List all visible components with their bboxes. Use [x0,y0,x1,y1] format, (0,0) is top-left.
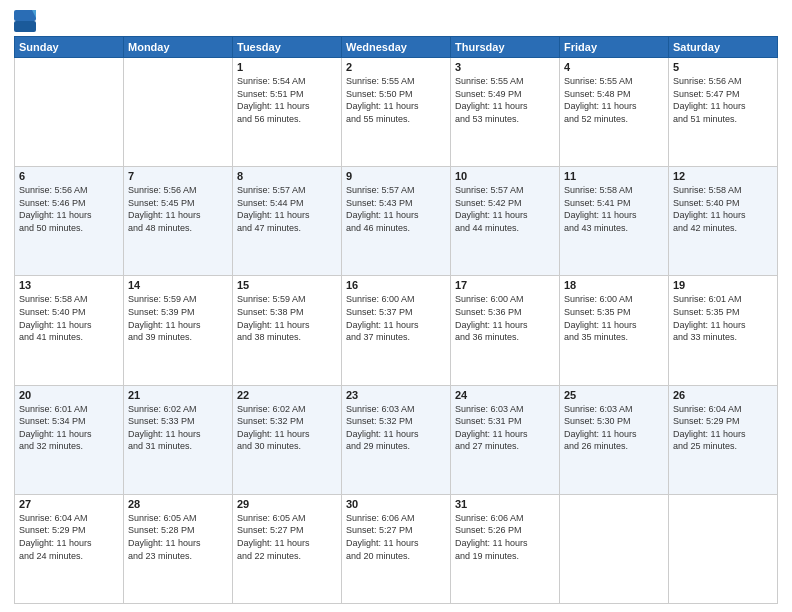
day-info: Sunrise: 6:02 AM Sunset: 5:33 PM Dayligh… [128,403,228,453]
calendar-cell [560,494,669,603]
day-number: 3 [455,61,555,73]
day-info: Sunrise: 6:06 AM Sunset: 5:27 PM Dayligh… [346,512,446,562]
logo-icon [14,10,36,32]
calendar-cell: 24Sunrise: 6:03 AM Sunset: 5:31 PM Dayli… [451,385,560,494]
calendar-cell: 8Sunrise: 5:57 AM Sunset: 5:44 PM Daylig… [233,167,342,276]
calendar-header-row: SundayMondayTuesdayWednesdayThursdayFrid… [15,37,778,58]
day-number: 25 [564,389,664,401]
calendar-cell: 31Sunrise: 6:06 AM Sunset: 5:26 PM Dayli… [451,494,560,603]
calendar-cell: 26Sunrise: 6:04 AM Sunset: 5:29 PM Dayli… [669,385,778,494]
day-info: Sunrise: 6:03 AM Sunset: 5:30 PM Dayligh… [564,403,664,453]
day-of-week-header: Tuesday [233,37,342,58]
svg-rect-1 [14,21,36,32]
day-info: Sunrise: 5:54 AM Sunset: 5:51 PM Dayligh… [237,75,337,125]
calendar-cell: 3Sunrise: 5:55 AM Sunset: 5:49 PM Daylig… [451,58,560,167]
day-number: 8 [237,170,337,182]
calendar-cell: 1Sunrise: 5:54 AM Sunset: 5:51 PM Daylig… [233,58,342,167]
header [14,10,778,32]
day-info: Sunrise: 6:01 AM Sunset: 5:34 PM Dayligh… [19,403,119,453]
day-number: 2 [346,61,446,73]
day-info: Sunrise: 5:55 AM Sunset: 5:49 PM Dayligh… [455,75,555,125]
calendar-cell: 2Sunrise: 5:55 AM Sunset: 5:50 PM Daylig… [342,58,451,167]
calendar-cell: 25Sunrise: 6:03 AM Sunset: 5:30 PM Dayli… [560,385,669,494]
calendar-week-row: 20Sunrise: 6:01 AM Sunset: 5:34 PM Dayli… [15,385,778,494]
day-number: 20 [19,389,119,401]
day-number: 17 [455,279,555,291]
calendar-cell: 18Sunrise: 6:00 AM Sunset: 5:35 PM Dayli… [560,276,669,385]
day-number: 23 [346,389,446,401]
day-number: 11 [564,170,664,182]
calendar-cell: 20Sunrise: 6:01 AM Sunset: 5:34 PM Dayli… [15,385,124,494]
day-number: 15 [237,279,337,291]
calendar-cell: 9Sunrise: 5:57 AM Sunset: 5:43 PM Daylig… [342,167,451,276]
day-number: 16 [346,279,446,291]
calendar-cell: 30Sunrise: 6:06 AM Sunset: 5:27 PM Dayli… [342,494,451,603]
day-info: Sunrise: 6:00 AM Sunset: 5:36 PM Dayligh… [455,293,555,343]
svg-rect-0 [14,10,36,21]
calendar-cell [669,494,778,603]
day-info: Sunrise: 5:56 AM Sunset: 5:46 PM Dayligh… [19,184,119,234]
day-info: Sunrise: 6:05 AM Sunset: 5:28 PM Dayligh… [128,512,228,562]
calendar-cell: 6Sunrise: 5:56 AM Sunset: 5:46 PM Daylig… [15,167,124,276]
day-info: Sunrise: 5:58 AM Sunset: 5:40 PM Dayligh… [673,184,773,234]
day-info: Sunrise: 5:57 AM Sunset: 5:43 PM Dayligh… [346,184,446,234]
calendar-cell: 28Sunrise: 6:05 AM Sunset: 5:28 PM Dayli… [124,494,233,603]
day-info: Sunrise: 6:00 AM Sunset: 5:37 PM Dayligh… [346,293,446,343]
day-info: Sunrise: 6:05 AM Sunset: 5:27 PM Dayligh… [237,512,337,562]
day-number: 6 [19,170,119,182]
calendar-cell: 10Sunrise: 5:57 AM Sunset: 5:42 PM Dayli… [451,167,560,276]
calendar-cell: 21Sunrise: 6:02 AM Sunset: 5:33 PM Dayli… [124,385,233,494]
calendar-cell: 7Sunrise: 5:56 AM Sunset: 5:45 PM Daylig… [124,167,233,276]
day-info: Sunrise: 5:58 AM Sunset: 5:40 PM Dayligh… [19,293,119,343]
day-number: 1 [237,61,337,73]
calendar-cell: 14Sunrise: 5:59 AM Sunset: 5:39 PM Dayli… [124,276,233,385]
calendar-cell: 19Sunrise: 6:01 AM Sunset: 5:35 PM Dayli… [669,276,778,385]
day-info: Sunrise: 6:02 AM Sunset: 5:32 PM Dayligh… [237,403,337,453]
calendar-week-row: 27Sunrise: 6:04 AM Sunset: 5:29 PM Dayli… [15,494,778,603]
day-number: 26 [673,389,773,401]
calendar-cell: 12Sunrise: 5:58 AM Sunset: 5:40 PM Dayli… [669,167,778,276]
day-number: 29 [237,498,337,510]
calendar-table: SundayMondayTuesdayWednesdayThursdayFrid… [14,36,778,604]
day-number: 24 [455,389,555,401]
calendar-cell: 4Sunrise: 5:55 AM Sunset: 5:48 PM Daylig… [560,58,669,167]
day-number: 27 [19,498,119,510]
day-info: Sunrise: 5:58 AM Sunset: 5:41 PM Dayligh… [564,184,664,234]
day-of-week-header: Friday [560,37,669,58]
calendar-cell: 29Sunrise: 6:05 AM Sunset: 5:27 PM Dayli… [233,494,342,603]
day-of-week-header: Sunday [15,37,124,58]
calendar-cell [124,58,233,167]
day-info: Sunrise: 5:57 AM Sunset: 5:44 PM Dayligh… [237,184,337,234]
calendar-week-row: 6Sunrise: 5:56 AM Sunset: 5:46 PM Daylig… [15,167,778,276]
calendar-cell: 13Sunrise: 5:58 AM Sunset: 5:40 PM Dayli… [15,276,124,385]
day-info: Sunrise: 5:57 AM Sunset: 5:42 PM Dayligh… [455,184,555,234]
day-of-week-header: Wednesday [342,37,451,58]
day-info: Sunrise: 6:04 AM Sunset: 5:29 PM Dayligh… [19,512,119,562]
day-info: Sunrise: 5:59 AM Sunset: 5:39 PM Dayligh… [128,293,228,343]
day-number: 14 [128,279,228,291]
day-info: Sunrise: 5:55 AM Sunset: 5:50 PM Dayligh… [346,75,446,125]
day-number: 22 [237,389,337,401]
day-info: Sunrise: 6:01 AM Sunset: 5:35 PM Dayligh… [673,293,773,343]
calendar-cell: 11Sunrise: 5:58 AM Sunset: 5:41 PM Dayli… [560,167,669,276]
calendar-cell: 27Sunrise: 6:04 AM Sunset: 5:29 PM Dayli… [15,494,124,603]
day-info: Sunrise: 6:04 AM Sunset: 5:29 PM Dayligh… [673,403,773,453]
day-of-week-header: Thursday [451,37,560,58]
calendar-cell: 17Sunrise: 6:00 AM Sunset: 5:36 PM Dayli… [451,276,560,385]
calendar-cell: 5Sunrise: 5:56 AM Sunset: 5:47 PM Daylig… [669,58,778,167]
day-info: Sunrise: 6:03 AM Sunset: 5:31 PM Dayligh… [455,403,555,453]
day-number: 21 [128,389,228,401]
day-of-week-header: Saturday [669,37,778,58]
day-info: Sunrise: 6:00 AM Sunset: 5:35 PM Dayligh… [564,293,664,343]
logo [14,10,38,32]
day-number: 31 [455,498,555,510]
day-info: Sunrise: 6:03 AM Sunset: 5:32 PM Dayligh… [346,403,446,453]
day-number: 30 [346,498,446,510]
calendar-cell [15,58,124,167]
day-of-week-header: Monday [124,37,233,58]
calendar-cell: 16Sunrise: 6:00 AM Sunset: 5:37 PM Dayli… [342,276,451,385]
page-container: SundayMondayTuesdayWednesdayThursdayFrid… [0,0,792,612]
calendar-cell: 15Sunrise: 5:59 AM Sunset: 5:38 PM Dayli… [233,276,342,385]
day-number: 7 [128,170,228,182]
day-number: 5 [673,61,773,73]
